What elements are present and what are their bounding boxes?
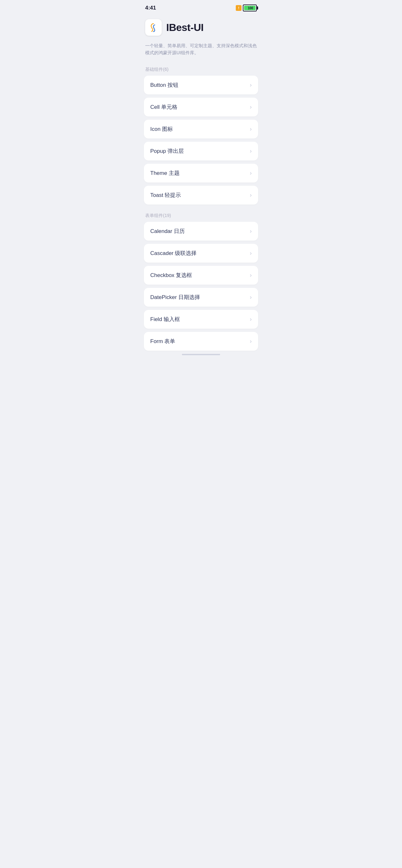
chevron-icon-1-3: ›	[250, 294, 252, 301]
item-label-1-2: Checkbox 复选框	[150, 272, 192, 279]
list-item-0-4[interactable]: Theme 主题›	[144, 164, 258, 183]
list-item-1-2[interactable]: Checkbox 复选框›	[144, 266, 258, 285]
item-label-0-3: Popup 弹出层	[150, 148, 184, 155]
list-item-1-5[interactable]: Form 表单›	[144, 332, 258, 351]
item-label-1-0: Calendar 日历	[150, 227, 185, 235]
chevron-icon-0-0: ›	[250, 82, 252, 88]
battery-alert-icon: !	[236, 5, 242, 11]
logo-svg	[148, 22, 159, 33]
scrollbar-indicator	[182, 354, 220, 355]
chevron-icon-1-0: ›	[250, 228, 252, 235]
list-container-1: Calendar 日历›Cascader 级联选择›Checkbox 复选框›D…	[139, 222, 263, 351]
item-label-1-3: DatePicker 日期选择	[150, 293, 200, 301]
item-label-0-4: Theme 主题	[150, 169, 180, 177]
item-label-1-1: Cascader 级联选择	[150, 250, 196, 257]
item-label-0-2: Icon 图标	[150, 125, 173, 133]
battery-level: 100	[243, 4, 257, 11]
chevron-icon-1-5: ›	[250, 338, 252, 345]
list-item-0-0[interactable]: Button 按钮›	[144, 75, 258, 94]
app-title: IBest-UI	[166, 22, 204, 33]
list-container-0: Button 按钮›Cell 单元格›Icon 图标›Popup 弹出层›The…	[139, 75, 263, 205]
status-bar: 4:41 ! 100	[139, 0, 263, 14]
list-item-1-0[interactable]: Calendar 日历›	[144, 222, 258, 241]
item-label-0-1: Cell 单元格	[150, 103, 177, 111]
status-right: ! 100	[236, 4, 257, 11]
battery-text: 100	[244, 6, 257, 10]
section-header-1: 表单组件(19)	[139, 208, 263, 222]
chevron-icon-1-4: ›	[250, 316, 252, 322]
chevron-icon-0-1: ›	[250, 104, 252, 111]
chevron-icon-0-4: ›	[250, 170, 252, 177]
chevron-icon-1-2: ›	[250, 272, 252, 279]
item-label-0-5: Toast 轻提示	[150, 191, 181, 199]
item-label-0-0: Button 按钮	[150, 82, 178, 89]
app-logo	[145, 19, 162, 36]
app-description: 一个轻量、简单易用、可定制主题、支持深色模式和浅色模式的鸿蒙开源UI组件库。	[139, 39, 263, 62]
list-item-1-1[interactable]: Cascader 级联选择›	[144, 244, 258, 262]
battery-icon: ! 100	[236, 4, 257, 11]
chevron-icon-0-3: ›	[250, 148, 252, 154]
app-header: IBest-UI	[139, 14, 263, 39]
list-item-0-3[interactable]: Popup 弹出层›	[144, 142, 258, 160]
list-item-0-5[interactable]: Toast 轻提示›	[144, 186, 258, 205]
chevron-icon-1-1: ›	[250, 250, 252, 256]
list-item-0-1[interactable]: Cell 单元格›	[144, 98, 258, 117]
section-header-0: 基础组件(6)	[139, 62, 263, 75]
chevron-icon-0-2: ›	[250, 126, 252, 132]
item-label-1-4: Field 输入框	[150, 316, 180, 323]
sections-container: 基础组件(6)Button 按钮›Cell 单元格›Icon 图标›Popup …	[139, 62, 263, 355]
item-label-1-5: Form 表单	[150, 338, 175, 345]
chevron-icon-0-5: ›	[250, 192, 252, 198]
status-time: 4:41	[145, 5, 156, 11]
list-item-1-4[interactable]: Field 输入框›	[144, 310, 258, 329]
list-item-1-3[interactable]: DatePicker 日期选择›	[144, 288, 258, 307]
list-item-0-2[interactable]: Icon 图标›	[144, 120, 258, 138]
